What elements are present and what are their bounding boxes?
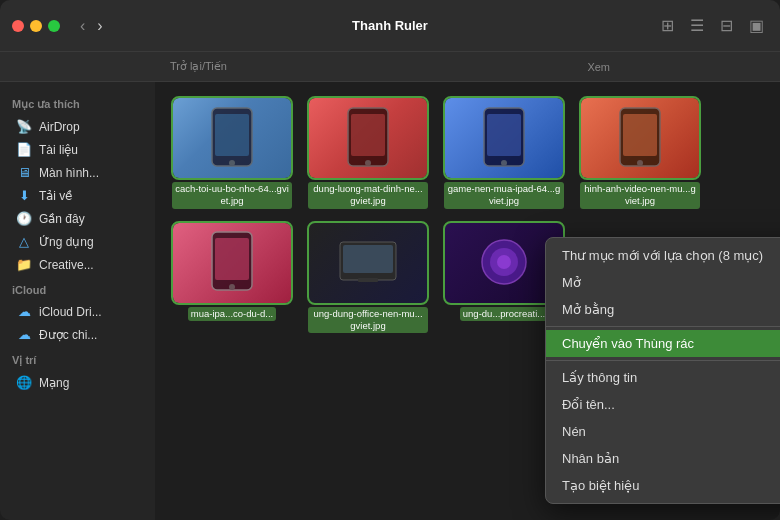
forward-arrow[interactable]: › [93, 15, 106, 37]
maximize-button[interactable] [48, 20, 60, 32]
traffic-lights [12, 20, 60, 32]
sidebar-label-mang: Mạng [39, 376, 69, 390]
sidebar-item-creative[interactable]: 📁 Creative... [4, 253, 151, 276]
svg-rect-16 [343, 245, 393, 273]
list-item[interactable]: game-nen-mua-ipad-64...gviet.jpg [439, 94, 569, 213]
file-thumbnail [445, 98, 563, 178]
nav-arrows: ‹ › [76, 15, 107, 37]
file-name: ung-du...procreati... [460, 307, 548, 321]
sidebar-label-ganday: Gần đây [39, 212, 85, 226]
sidebar-item-tailieu[interactable]: 📄 Tài liệu [4, 138, 151, 161]
list-item[interactable]: hinh-anh-video-nen-mu...gviet.jpg [575, 94, 705, 213]
ctx-compress[interactable]: Nén [546, 418, 780, 445]
ctx-open[interactable]: Mở [546, 269, 780, 296]
file-name: ung-dung-office-nen-mu...gviet.jpg [308, 307, 428, 334]
apps-icon: △ [16, 234, 32, 249]
column-view-icon[interactable]: ⊟ [716, 14, 737, 37]
svg-rect-1 [215, 114, 249, 156]
file-name: game-nen-mua-ipad-64...gviet.jpg [444, 182, 564, 209]
sidebar-label-tailieu: Tài liệu [39, 143, 78, 157]
ctx-duplicate-label: Nhân bản [562, 451, 619, 466]
sidebar-item-mang[interactable]: 🌐 Mạng [4, 371, 151, 394]
ctx-new-folder-label: Thư mục mới với lựa chọn (8 mục) [562, 248, 763, 263]
ctx-get-info[interactable]: Lấy thông tin [546, 364, 780, 391]
download-icon: ⬇ [16, 188, 32, 203]
window-title: Thanh Ruler [352, 18, 428, 33]
ctx-move-trash-label: Chuyển vào Thùng rác [562, 336, 694, 351]
monitor-icon: 🖥 [16, 165, 32, 180]
file-content: cach-toi-uu-bo-nho-64...gviet.jpg dung-l… [155, 82, 780, 520]
sidebar-label-ungdung: Ứng dụng [39, 235, 94, 249]
view-label: Xem [587, 61, 610, 73]
svg-rect-4 [351, 114, 385, 156]
svg-point-14 [229, 284, 235, 290]
ctx-rename[interactable]: Đổi tên... [546, 391, 780, 418]
grid-view-icon[interactable]: ⊞ [657, 14, 678, 37]
title-bar: ‹ › Thanh Ruler ⊞ ☰ ⊟ ▣ [0, 0, 780, 52]
svg-rect-17 [358, 278, 378, 282]
close-button[interactable] [12, 20, 24, 32]
list-view-icon[interactable]: ☰ [686, 14, 708, 37]
list-item[interactable]: dung-luong-mat-dinh-ne...gviet.jpg [303, 94, 433, 213]
file-thumbnail [581, 98, 699, 178]
sidebar-item-duoc-chi[interactable]: ☁ Được chi... [4, 323, 151, 346]
sidebar-item-airdrop[interactable]: 📡 AirDrop [4, 115, 151, 138]
list-item[interactable]: mua-ipa...co-du-d... [167, 219, 297, 338]
gallery-view-icon[interactable]: ▣ [745, 14, 768, 37]
sidebar: Mục ưa thích 📡 AirDrop 📄 Tài liệu 🖥 Màn … [0, 82, 155, 520]
ctx-duplicate[interactable]: Nhân bản [546, 445, 780, 472]
svg-point-8 [501, 160, 507, 166]
sidebar-label-taive: Tải về [39, 189, 72, 203]
sidebar-section-icloud: iCloud [0, 276, 155, 300]
folder-icon-creative: 📁 [16, 257, 32, 272]
ctx-alias-label: Tạo biệt hiệu [562, 478, 639, 493]
file-name: hinh-anh-video-nen-mu...gviet.jpg [580, 182, 700, 209]
back-arrow[interactable]: ‹ [76, 15, 89, 37]
svg-point-20 [497, 255, 511, 269]
svg-point-11 [637, 160, 643, 166]
nav-label: Trở lại/Tiến [170, 60, 227, 73]
list-item[interactable]: ung-dung-office-nen-mu...gviet.jpg [303, 219, 433, 338]
list-item[interactable]: cach-toi-uu-bo-nho-64...gviet.jpg [167, 94, 297, 213]
wifi-icon: 📡 [16, 119, 32, 134]
svg-point-5 [365, 160, 371, 166]
cloud-icon-drive: ☁ [16, 304, 32, 319]
ctx-compress-label: Nén [562, 424, 586, 439]
sidebar-label-manhinh: Màn hình... [39, 166, 99, 180]
ctx-open-with[interactable]: Mở bằng › [546, 296, 780, 323]
minimize-button[interactable] [30, 20, 42, 32]
sidebar-item-icloud-drive[interactable]: ☁ iCloud Dri... [4, 300, 151, 323]
sidebar-section-vitri: Vị trí [0, 346, 155, 371]
sidebar-item-ungdung[interactable]: △ Ứng dụng [4, 230, 151, 253]
sidebar-item-manhinh[interactable]: 🖥 Màn hình... [4, 161, 151, 184]
main-layout: Mục ưa thích 📡 AirDrop 📄 Tài liệu 🖥 Màn … [0, 82, 780, 520]
ctx-open-label: Mở [562, 275, 581, 290]
file-name: cach-toi-uu-bo-nho-64...gviet.jpg [172, 182, 292, 209]
file-thumbnail [173, 98, 291, 178]
sub-header: Trở lại/Tiến Xem [0, 52, 780, 82]
sidebar-label-creative: Creative... [39, 258, 94, 272]
sidebar-label-icloud-drive: iCloud Dri... [39, 305, 102, 319]
context-menu: Thư mục mới với lựa chọn (8 mục) Mở Mở b… [545, 237, 780, 504]
ctx-move-trash[interactable]: Chuyển vào Thùng rác [546, 330, 780, 357]
svg-point-2 [229, 160, 235, 166]
file-thumbnail [309, 223, 427, 303]
ctx-alias[interactable]: Tạo biệt hiệu [546, 472, 780, 499]
sidebar-item-taive[interactable]: ⬇ Tải về [4, 184, 151, 207]
ctx-rename-label: Đổi tên... [562, 397, 615, 412]
svg-rect-7 [487, 114, 521, 156]
ctx-new-folder[interactable]: Thư mục mới với lựa chọn (8 mục) [546, 242, 780, 269]
view-controls: ⊞ ☰ ⊟ ▣ [657, 14, 768, 37]
ctx-open-with-label: Mở bằng [562, 302, 614, 317]
ctx-divider-2 [546, 360, 780, 361]
file-name: mua-ipa...co-du-d... [188, 307, 276, 321]
sidebar-section-favorites: Mục ưa thích [0, 90, 155, 115]
globe-icon: 🌐 [16, 375, 32, 390]
sidebar-item-ganday[interactable]: 🕐 Gần đây [4, 207, 151, 230]
svg-rect-10 [623, 114, 657, 156]
doc-icon: 📄 [16, 142, 32, 157]
sidebar-label-duoc-chi: Được chi... [39, 328, 97, 342]
svg-rect-13 [215, 238, 249, 280]
ctx-get-info-label: Lấy thông tin [562, 370, 637, 385]
file-thumbnail [173, 223, 291, 303]
